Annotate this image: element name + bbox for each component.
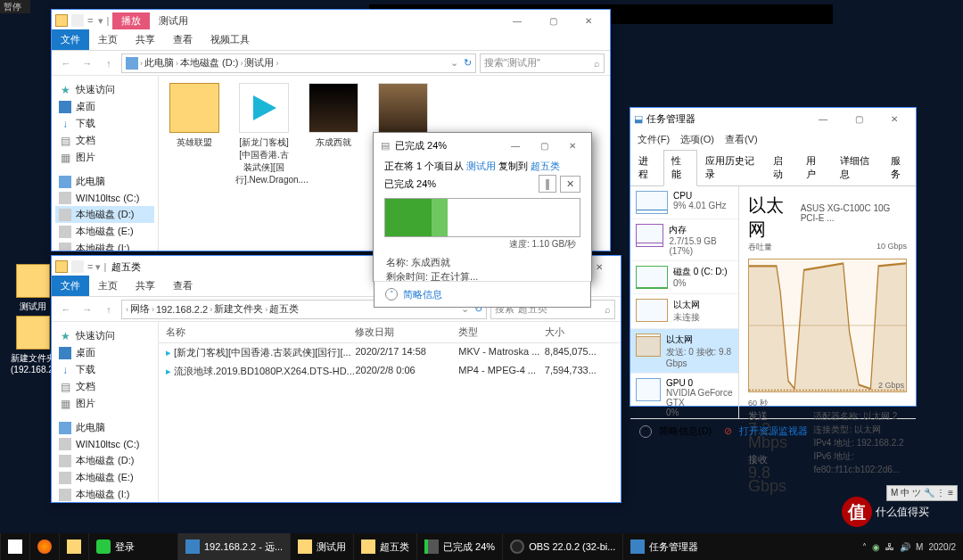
nav-up[interactable]: ↑ — [100, 301, 118, 318]
file-list[interactable]: 名称 修改日期 类型 大小 ▸[新龙门客栈][中国香港.古装武侠][国行][..… — [159, 322, 621, 502]
ribbon-view[interactable]: 查看 — [164, 276, 202, 296]
ribbon-home[interactable]: 主页 — [89, 29, 127, 50]
qat-down[interactable]: ▾ | — [98, 15, 109, 27]
file-item[interactable]: 东成西就 — [305, 83, 362, 149]
header-name[interactable]: 名称 — [166, 325, 355, 339]
desktop-icon-test[interactable]: 测试用 — [11, 264, 55, 313]
crumb-segment[interactable]: 新建文件夹 — [214, 302, 263, 316]
chevron-icon[interactable]: › — [176, 59, 178, 68]
cancel-button[interactable]: ✕ — [560, 176, 580, 193]
list-item[interactable]: ▸流浪地球.2019.BD1080P.X264.DTS-HD... 2020/2… — [159, 362, 621, 381]
tray-icon[interactable]: ◉ — [872, 542, 880, 552]
toggle-details[interactable]: 简略信息 — [403, 288, 442, 301]
crumb-segment[interactable]: 超五类 — [269, 302, 299, 316]
taskbar-copy[interactable]: 已完成 24% — [416, 533, 502, 560]
titlebar[interactable]: = ▾ | 播放 测试用 — ▢ ✕ — [52, 10, 610, 31]
fewer-details[interactable]: 简略信息(D) — [659, 424, 712, 438]
chevron-up-icon[interactable]: ˄ — [639, 425, 652, 438]
minimize-button[interactable]: — — [499, 10, 535, 31]
close-button[interactable]: ✕ — [571, 10, 606, 31]
taskbar-folder2[interactable]: 超五类 — [353, 533, 416, 560]
ribbon-video-tools[interactable]: 视频工具 — [202, 29, 259, 50]
tab-processes[interactable]: 进程 — [630, 150, 663, 185]
minimize-button[interactable]: — — [504, 135, 527, 156]
ribbon-file[interactable]: 文件 — [52, 29, 89, 50]
tray-up-icon[interactable]: ˄ — [862, 542, 867, 552]
start-button[interactable] — [0, 533, 29, 560]
nav-pictures[interactable]: ▦图片 — [55, 395, 154, 412]
nav-docs[interactable]: ▤文档 — [55, 132, 154, 149]
maximize-button[interactable]: ▢ — [841, 108, 877, 129]
context-tab-play[interactable]: 播放 — [112, 12, 150, 29]
chevron-icon[interactable]: › — [140, 59, 143, 68]
taskbar-obs[interactable]: OBS 22.0.2 (32-bi... — [502, 533, 622, 560]
taskbar-taskmgr[interactable]: 任务管理器 — [622, 533, 705, 560]
crumb-segment[interactable]: 本地磁盘 (D:) — [180, 56, 238, 70]
nav-drive-c[interactable]: WIN10ltsc (C:) — [55, 190, 154, 206]
volume-icon[interactable]: 🔊 — [900, 542, 910, 552]
maximize-button[interactable]: ▢ — [535, 10, 571, 31]
header-type[interactable]: 类型 — [458, 325, 545, 339]
nav-fwd[interactable]: → — [78, 54, 96, 72]
close-button[interactable]: ✕ — [877, 108, 912, 129]
nav-drive-e[interactable]: 本地磁盘 (E:) — [55, 223, 154, 240]
perf-disk[interactable]: 磁盘 0 (C: D:)0% — [630, 261, 738, 294]
crumb-segment[interactable]: 此电脑 — [144, 56, 174, 70]
nav-downloads[interactable]: ↓下载 — [55, 115, 154, 132]
search-input[interactable]: 搜索"测试用" ⌕ — [480, 54, 605, 73]
open-resmon-link[interactable]: 打开资源监视器 — [739, 424, 808, 438]
list-item[interactable]: ▸[新龙门客栈][中国香港.古装武侠][国行][... 2020/2/17 14… — [159, 343, 621, 362]
nav-thispc[interactable]: 此电脑 — [55, 173, 154, 190]
menu-view[interactable]: 查看(V) — [725, 133, 758, 146]
nav-drive-d[interactable]: 本地磁盘 (D:) — [55, 452, 154, 469]
tab-startup[interactable]: 启动 — [765, 150, 798, 185]
network-icon[interactable]: 🖧 — [885, 542, 894, 552]
ime-icon[interactable]: M — [916, 542, 923, 552]
perf-cpu[interactable]: CPU9% 4.01 GHz — [630, 186, 738, 219]
crumb-segment[interactable]: 192.168.2.2 — [156, 304, 208, 315]
search-icon[interactable]: ⌕ — [605, 304, 611, 315]
address-dropdown[interactable]: ⌄ — [450, 57, 458, 69]
ribbon-file[interactable]: 文件 — [52, 276, 89, 296]
taskbar-explorer[interactable] — [59, 533, 88, 560]
taskbar-wechat[interactable]: 登录 — [88, 533, 142, 560]
perf-memory[interactable]: 内存2.7/15.9 GB (17%) — [630, 219, 738, 261]
nav-quick[interactable]: ★快速访问 — [55, 81, 154, 98]
clock[interactable]: 2020/2 — [928, 542, 956, 552]
ribbon-share[interactable]: 共享 — [127, 29, 164, 50]
minimize-button[interactable]: — — [805, 108, 841, 129]
nav-downloads[interactable]: ↓下载 — [55, 361, 154, 378]
maximize-button[interactable]: ▢ — [532, 135, 556, 156]
chevron-icon[interactable]: › — [126, 305, 128, 314]
taskbar-firefox[interactable] — [29, 533, 59, 560]
qat-icon[interactable] — [71, 260, 84, 273]
ribbon-share[interactable]: 共享 — [127, 276, 164, 296]
tab-users[interactable]: 用户 — [798, 150, 831, 185]
nav-fwd[interactable]: → — [78, 301, 96, 318]
titlebar[interactable]: ⬓ 任务管理器 — ▢ ✕ — [630, 108, 916, 129]
tab-history[interactable]: 应用历史记录 — [697, 150, 765, 185]
perf-ethernet-2[interactable]: 以太网发送: 0 接收: 9.8 Gbps — [630, 329, 738, 374]
chevron-up-icon[interactable]: ˄ — [385, 288, 398, 301]
nav-pictures[interactable]: ▦图片 — [55, 149, 154, 166]
pause-button[interactable]: ‖ — [539, 175, 556, 193]
nav-drive-i[interactable]: 本地磁盘 (I:) — [55, 486, 154, 502]
header-size[interactable]: 大小 — [545, 325, 613, 339]
nav-back[interactable]: ← — [57, 301, 75, 318]
list-header[interactable]: 名称 修改日期 类型 大小 — [159, 322, 621, 343]
taskbar-remote[interactable]: 192.168.2.2 - 远... — [177, 533, 290, 560]
taskbar[interactable]: 登录 192.168.2.2 - 远... 测试用 超五类 已完成 24% OB… — [0, 533, 963, 560]
dialog-titlebar[interactable]: ▤ 已完成 24% — ▢ ✕ — [374, 133, 591, 158]
close-button[interactable]: ✕ — [561, 135, 584, 156]
nav-back[interactable]: ← — [57, 54, 75, 72]
chevron-icon[interactable]: › — [240, 59, 243, 68]
search-icon[interactable]: ⌕ — [594, 58, 600, 69]
crumb-segment[interactable]: 测试用 — [244, 56, 274, 70]
header-date[interactable]: 修改日期 — [355, 325, 458, 339]
file-item[interactable]: [新龙门客栈][中国香港.古装武侠][国行].New.Dragon.... — [235, 83, 292, 186]
taskbar-folder1[interactable]: 测试用 — [290, 533, 353, 560]
nav-quick[interactable]: ★快速访问 — [55, 327, 154, 344]
refresh-icon[interactable]: ↻ — [464, 57, 472, 69]
perf-gpu[interactable]: GPU 0NVIDIA GeForce GTX 0% — [630, 374, 738, 418]
menu-file[interactable]: 文件(F) — [638, 133, 670, 146]
